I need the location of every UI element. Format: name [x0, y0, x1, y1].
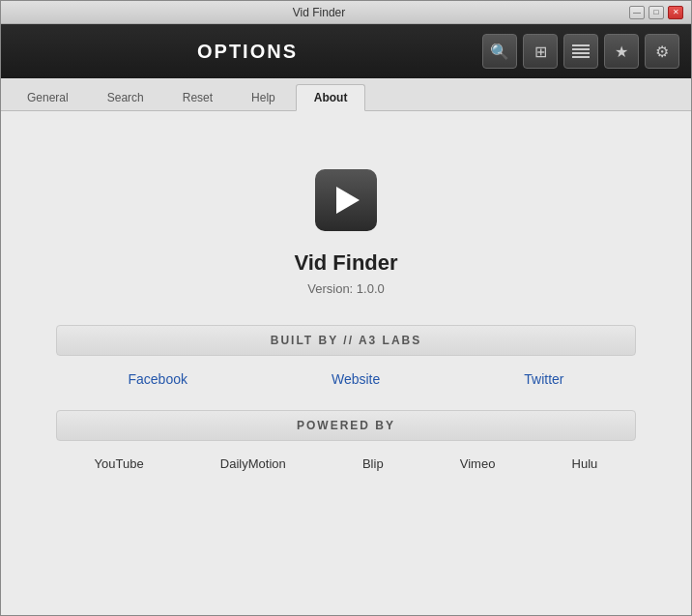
- tab-help[interactable]: Help: [233, 84, 294, 110]
- hulu-item: Hulu: [572, 456, 598, 471]
- gear-icon[interactable]: ⚙: [645, 34, 679, 69]
- app-logo: [315, 169, 377, 231]
- tab-about[interactable]: About: [296, 84, 366, 111]
- close-button[interactable]: ✕: [668, 6, 683, 19]
- blip-item: Blip: [362, 456, 384, 471]
- tabs-bar: General Search Reset Help About: [1, 78, 691, 111]
- toolbar: OPTIONS 🔍 ⊞ ★ ⚙: [1, 24, 691, 78]
- twitter-link[interactable]: Twitter: [524, 371, 563, 387]
- toolbar-title: OPTIONS: [13, 41, 482, 63]
- built-by-bar: BUILT BY // A3 LABS: [56, 325, 636, 356]
- svg-rect-1: [572, 48, 590, 50]
- powered-by-bar: POWERED BY: [56, 410, 636, 441]
- minimize-button[interactable]: —: [629, 6, 645, 19]
- maximize-button[interactable]: □: [649, 6, 664, 19]
- vimeo-item: Vimeo: [460, 456, 496, 471]
- window-title: Vid Finder: [9, 6, 629, 19]
- svg-rect-0: [572, 44, 590, 46]
- facebook-link[interactable]: Facebook: [128, 371, 187, 387]
- dailymotion-item: DailyMotion: [220, 456, 286, 471]
- play-icon-box: [315, 169, 377, 231]
- app-window: Vid Finder — □ ✕ OPTIONS 🔍 ⊞ ★ ⚙: [0, 0, 692, 616]
- table-icon[interactable]: [563, 34, 598, 69]
- search-icon[interactable]: 🔍: [482, 34, 517, 69]
- youtube-item: YouTube: [95, 456, 144, 471]
- title-bar: Vid Finder — □ ✕: [1, 1, 691, 24]
- window-controls: — □ ✕: [629, 6, 683, 19]
- svg-rect-2: [572, 52, 590, 54]
- powered-by-row: YouTube DailyMotion Blip Vimeo Hulu: [56, 456, 636, 471]
- links-row: Facebook Website Twitter: [56, 371, 636, 387]
- website-link[interactable]: Website: [332, 371, 380, 387]
- tab-search[interactable]: Search: [89, 84, 162, 110]
- content-area: Vid Finder Version: 1.0.0 BUILT BY // A3…: [1, 111, 691, 615]
- app-name: Vid Finder: [294, 250, 397, 276]
- tab-general[interactable]: General: [9, 84, 87, 110]
- play-triangle-icon: [336, 187, 360, 214]
- tab-reset[interactable]: Reset: [164, 84, 231, 110]
- svg-rect-3: [572, 56, 590, 58]
- app-version: Version: 1.0.0: [307, 281, 385, 296]
- toolbar-icons: 🔍 ⊞ ★ ⚙: [482, 34, 679, 69]
- star-icon[interactable]: ★: [604, 34, 639, 69]
- grid-icon[interactable]: ⊞: [523, 34, 558, 69]
